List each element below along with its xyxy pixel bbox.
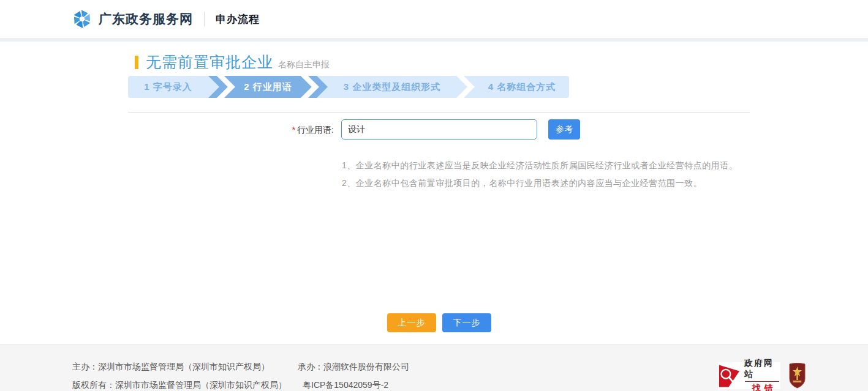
reference-button[interactable]: 参考	[548, 119, 580, 140]
gdzwfw-pinwheel-logo-icon	[72, 9, 92, 29]
page-subtitle: 名称自主申报	[278, 59, 330, 70]
footer-undertaker-label: 承办：	[298, 362, 323, 371]
footer-copyright-line: 版权所有：深圳市市场监督管理局（深圳市知识产权局）粤ICP备15042059号-…	[72, 380, 388, 391]
required-asterisk: *	[292, 125, 295, 135]
step-1-tab[interactable]: 1 字号录入	[128, 76, 208, 98]
step-2-tab-active[interactable]: 2 行业用语	[227, 76, 309, 98]
header-divider	[204, 12, 205, 26]
industry-term-label-text: 行业用语:	[297, 125, 334, 135]
footer-host-label: 主办：	[72, 362, 98, 371]
footer-undertaker-value: 浪潮软件股份有限公司	[323, 362, 409, 371]
header-section-title: 申办流程	[216, 12, 260, 26]
tip-line-2: 2、企业名称中包含前置审批项目的，名称中行业用语表述的内容应当与企业经营范围一致…	[342, 178, 702, 189]
previous-step-button[interactable]: 上一步	[387, 313, 436, 332]
industry-term-input[interactable]	[341, 119, 537, 140]
industry-term-label: *行业用语:	[263, 120, 334, 140]
header-bottom-band	[0, 38, 868, 42]
error-badge-line2: 找错	[748, 383, 776, 391]
gov-site-error-report-badge[interactable]: 政府网站 找错	[718, 362, 780, 389]
footer-copyright-label: 版权所有：	[72, 380, 115, 390]
footer-host-line: 主办：深圳市市场监督管理局（深圳市知识产权局）承办：浪潮软件股份有限公司	[72, 362, 409, 373]
step-3-tab[interactable]: 3 企业类型及组织形式	[328, 76, 456, 98]
tip-line-1: 1、企业名称中的行业表述应当是反映企业经济活动性质所属国民经济行业或者企业经营特…	[342, 160, 738, 171]
brand-title[interactable]: 广东政务服务网	[99, 10, 193, 28]
next-step-button[interactable]: 下一步	[442, 313, 491, 332]
step-wizard: 1 字号录入 2 行业用语 3 企业类型及组织形式 4 名称组合方式	[128, 76, 569, 98]
error-report-magnifier-icon	[718, 362, 741, 389]
gov-emblem-shield-icon[interactable]	[788, 362, 806, 389]
header: 广东政务服务网 申办流程	[0, 0, 868, 38]
footer-host-value: 深圳市市场监督管理局（深圳市知识产权局）	[98, 362, 270, 371]
footer: 主办：深圳市市场监督管理局（深圳市知识产权局）承办：浪潮软件股份有限公司 版权所…	[0, 344, 868, 391]
content-divider	[128, 112, 750, 113]
title-accent-bar	[135, 56, 138, 69]
wizard-actions: 上一步 下一步	[387, 313, 491, 332]
error-badge-divider	[745, 381, 779, 382]
error-badge-line1: 政府网站	[744, 358, 780, 380]
page-title: 无需前置审批企业	[146, 52, 273, 72]
footer-icp-number[interactable]: 粤ICP备15042059号-2	[303, 380, 388, 390]
step-4-tab[interactable]: 4 名称组合方式	[475, 76, 569, 98]
footer-copyright-value: 深圳市市场监督管理局（深圳市知识产权局）	[115, 380, 287, 390]
